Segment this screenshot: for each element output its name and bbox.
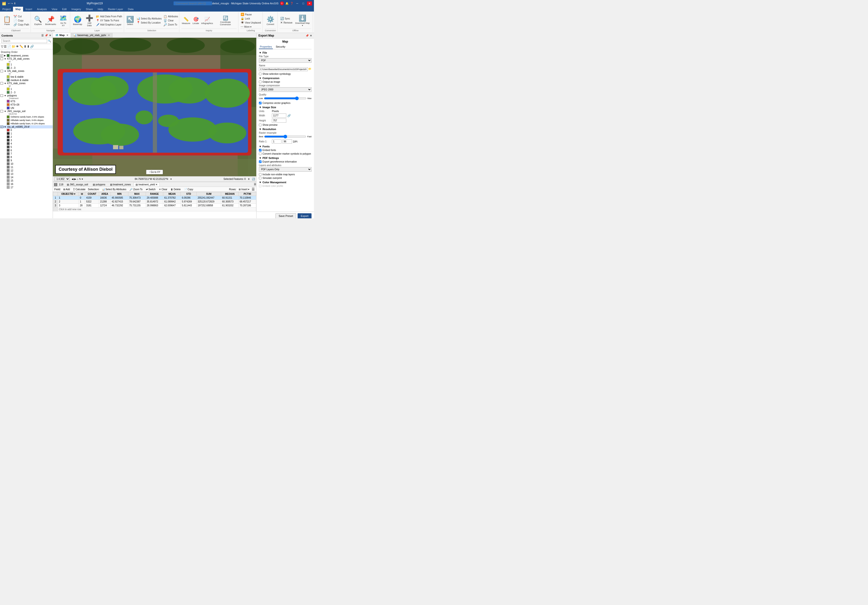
attr-tab-yield[interactable]: ▤ treatment_yield ✕	[133, 183, 160, 186]
nav-left-icon[interactable]: ◀	[71, 178, 74, 180]
map-canvas[interactable]: ↑ Go to XY Courtesy of Allison Diebol	[53, 38, 256, 176]
download-map-button[interactable]: ⬇️ Download Map ▾	[294, 13, 311, 28]
edit-icon[interactable]: ✏️	[20, 45, 23, 48]
export-georef-checkbox[interactable]	[259, 160, 262, 163]
pdf-section-header[interactable]: ▼ PDF Settings	[259, 157, 312, 160]
tab-analysis[interactable]: Analysis	[35, 7, 49, 12]
simulate-overprint-checkbox[interactable]	[259, 177, 262, 179]
layer-expand-treatment-zones[interactable]: ▶	[4, 54, 6, 57]
layer-expand-ssurgo[interactable]: ▼	[4, 110, 6, 113]
minimize-button[interactable]: ─	[295, 2, 300, 5]
table-row[interactable]: 3 3 28 3181 12724 46.732292 75.731155 28…	[53, 204, 256, 208]
delete-table-button[interactable]: 🗑 Delete	[170, 188, 182, 191]
pause-button[interactable]: ⏸️Pause	[240, 12, 262, 16]
attributes-button[interactable]: 📋Attributes	[163, 15, 178, 19]
output-as-image-checkbox[interactable]	[259, 81, 262, 83]
nav-options-icon[interactable]: ▾	[82, 178, 83, 180]
group-icon[interactable]: 📁	[12, 45, 16, 48]
layer-checkbox-ssurgo[interactable]	[0, 110, 3, 113]
pause-map-icon[interactable]: ⏸	[248, 178, 250, 180]
attr-tab-polygons[interactable]: ▤ polygons	[91, 183, 107, 186]
export-tab-properties[interactable]: Properties	[259, 45, 273, 49]
filter-icon[interactable]: ▽	[1, 45, 3, 48]
table-options-icon[interactable]: ☰	[252, 187, 255, 191]
basemap-button[interactable]: 🌍 Basemap	[71, 13, 84, 28]
search-icon[interactable]: 🔍	[48, 39, 51, 43]
col-header-id[interactable]: Id	[79, 192, 85, 196]
table-row[interactable]: 1 1 0 4159 16636 45.900585 75.306473 29.…	[53, 196, 256, 200]
sync-button[interactable]: 🔄Sync	[279, 17, 293, 20]
browse-file-icon[interactable]: 📁	[308, 67, 312, 71]
goto-xy-map-button[interactable]: ↑ Go to XY	[146, 170, 163, 174]
show-selection-checkbox[interactable]	[259, 73, 262, 75]
compress-vector-checkbox[interactable]	[259, 102, 262, 104]
more-button[interactable]: ⋯More ▾	[240, 25, 262, 29]
tab-raster-layer[interactable]: Raster Layer	[105, 7, 126, 12]
tab-share[interactable]: Share	[84, 7, 95, 12]
table-row-add[interactable]: Click to add new row.	[53, 208, 256, 211]
command-search-input[interactable]	[174, 2, 212, 5]
include-non-visible-checkbox[interactable]	[259, 173, 262, 176]
table-row[interactable]: 2 2 1 5322 21288 42.827415 78.642387 35.…	[53, 200, 256, 204]
visible-icon[interactable]: 👁	[16, 45, 19, 48]
layer-kts-stab[interactable]: ▼ KTS_stab_zones	[0, 82, 53, 85]
copy-button[interactable]: 📄Copy	[13, 19, 30, 23]
map-tab-close[interactable]: ✕	[66, 34, 68, 37]
layer-expand-polygons[interactable]: ▼	[4, 95, 6, 97]
height-input[interactable]	[272, 119, 286, 123]
image-compression-select[interactable]: JPEG 2000	[259, 87, 312, 92]
layer-expand-sta[interactable]: ▼	[4, 126, 6, 128]
cut-button[interactable]: ✂️Cut	[13, 15, 30, 19]
insert-button[interactable]: ⊞ Insert ▾	[238, 188, 250, 191]
clear-table-button[interactable]: ✕ Clear	[158, 188, 168, 191]
explore-button[interactable]: 🔍 Explore	[33, 13, 43, 28]
select-by-attr-table-button[interactable]: 📊 Select By Attributes	[101, 188, 127, 191]
measure-button[interactable]: 📏Measure	[181, 16, 191, 25]
layers-attr-select[interactable]: PDF Layers Only	[259, 167, 312, 172]
attr-tab-treatment-zones[interactable]: ▤ treatment_zones	[108, 183, 133, 186]
color-section-header[interactable]: ▼ Color Management	[259, 181, 312, 184]
map-scale-select[interactable]: 1:4,902	[54, 177, 70, 181]
convert-button[interactable]: ⚙️ Convert	[265, 13, 276, 28]
export-tab-security[interactable]: Security	[275, 45, 286, 49]
ratio-input[interactable]	[272, 140, 282, 144]
layer-expand-kts28[interactable]: ▼	[4, 58, 6, 60]
add-layer-icon[interactable]: 📄	[7, 45, 11, 48]
nav-right-icon[interactable]: ▶	[74, 178, 76, 180]
calculate-button[interactable]: Σ Calculate	[72, 188, 87, 191]
col-header-count[interactable]: COUNT	[85, 192, 99, 196]
sync-map-icon[interactable]: 🔄	[252, 178, 255, 180]
bookmarks-button[interactable]: 📌 Bookmarks	[44, 13, 57, 28]
layer-checkbox-un[interactable]	[0, 70, 3, 72]
col-header-median[interactable]: MEDIAN	[221, 192, 239, 196]
contents-options-icon[interactable]: ☰	[41, 34, 44, 37]
clear-button[interactable]: 🗑️Clear	[163, 19, 178, 23]
export-pin-icon[interactable]: 📌	[305, 34, 309, 37]
contents-pin-icon[interactable]: 📌	[45, 34, 48, 37]
list-view-icon[interactable]: ☰	[4, 45, 7, 48]
go-to-xy-button[interactable]: 🗺️ Go To XY	[58, 13, 68, 28]
tab-view[interactable]: View	[49, 7, 60, 12]
select-button[interactable]: ↖️ Select	[125, 13, 135, 28]
layer-treatment-zones[interactable]: ▶ treatment_zones	[0, 54, 53, 57]
select-by-attr-button[interactable]: 📊Select By Attributes	[136, 17, 163, 20]
remove-button[interactable]: ✕Remove	[279, 21, 293, 25]
move-up-icon[interactable]: ⬆	[24, 45, 26, 48]
layer-checkbox-polygons[interactable]	[0, 94, 3, 97]
attr-tab-ssurgo[interactable]: ▤ JW1_ssurgo_soil	[65, 183, 90, 186]
view-unplaced-button[interactable]: 👁️View Unplaced	[240, 21, 262, 25]
col-header-min[interactable]: MIN	[110, 192, 128, 196]
compression-section-header[interactable]: ▼ Compression	[259, 77, 312, 79]
fonts-section-header[interactable]: ▼ Fonts	[259, 145, 312, 148]
basemap-tab-close[interactable]: ✕	[108, 34, 110, 37]
copy-table-button[interactable]: 📄 Copy	[183, 188, 194, 191]
resolution-section-header[interactable]: ▼ Resolution	[259, 128, 312, 130]
tab-help[interactable]: Help	[95, 7, 105, 12]
col-header-mean[interactable]: MEAN	[163, 192, 181, 196]
embed-fonts-checkbox[interactable]	[259, 149, 262, 152]
close-button[interactable]: ✕	[307, 2, 312, 6]
tab-insert[interactable]: Insert	[23, 7, 35, 12]
save-preset-button[interactable]: Save Preset	[276, 213, 296, 218]
convert-markers-checkbox[interactable]	[259, 152, 262, 155]
layer-polygons[interactable]: ▼ polygons	[0, 94, 53, 97]
